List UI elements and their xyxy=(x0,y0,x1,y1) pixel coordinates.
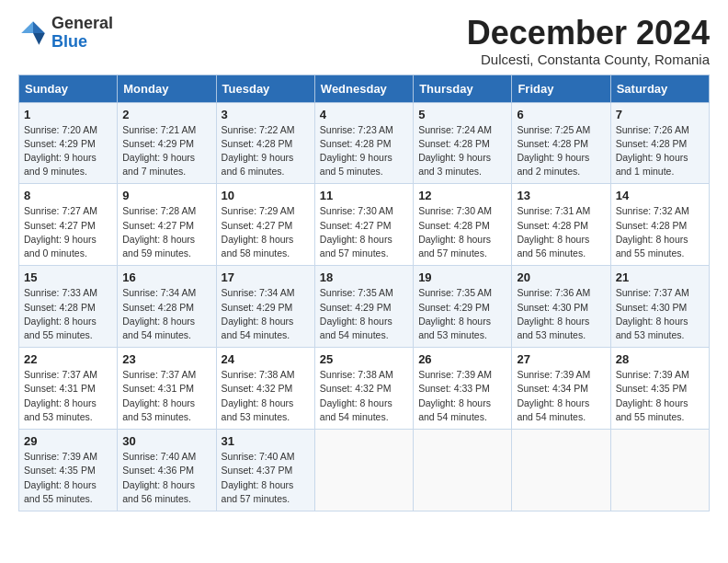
day-cell: 17Sunrise: 7:34 AMSunset: 4:29 PMDayligh… xyxy=(216,266,314,348)
day-number: 12 xyxy=(418,189,506,202)
day-info: Sunrise: 7:30 AMSunset: 4:28 PMDaylight:… xyxy=(418,204,506,260)
day-cell: 6Sunrise: 7:25 AMSunset: 4:28 PMDaylight… xyxy=(512,102,610,184)
day-info: Sunrise: 7:23 AMSunset: 4:28 PMDaylight:… xyxy=(320,123,408,179)
day-info: Sunrise: 7:39 AMSunset: 4:35 PMDaylight:… xyxy=(616,368,704,424)
day-cell: 28Sunrise: 7:39 AMSunset: 4:35 PMDayligh… xyxy=(610,348,709,430)
day-info: Sunrise: 7:39 AMSunset: 4:33 PMDaylight:… xyxy=(418,368,506,424)
logo-icon xyxy=(18,18,48,48)
day-info: Sunrise: 7:25 AMSunset: 4:28 PMDaylight:… xyxy=(517,123,605,179)
day-info: Sunrise: 7:34 AMSunset: 4:29 PMDaylight:… xyxy=(222,286,310,342)
day-info: Sunrise: 7:35 AMSunset: 4:29 PMDaylight:… xyxy=(418,286,506,342)
day-cell: 18Sunrise: 7:35 AMSunset: 4:29 PMDayligh… xyxy=(314,266,413,348)
day-info: Sunrise: 7:37 AMSunset: 4:31 PMDaylight:… xyxy=(122,368,210,424)
day-cell: 5Sunrise: 7:24 AMSunset: 4:28 PMDaylight… xyxy=(414,102,512,184)
day-cell: 23Sunrise: 7:37 AMSunset: 4:31 PMDayligh… xyxy=(118,348,216,430)
day-info: Sunrise: 7:34 AMSunset: 4:28 PMDaylight:… xyxy=(122,286,210,342)
day-number: 30 xyxy=(122,434,210,448)
day-cell: 9Sunrise: 7:28 AMSunset: 4:27 PMDaylight… xyxy=(118,184,216,266)
day-cell: 29Sunrise: 7:39 AMSunset: 4:35 PMDayligh… xyxy=(19,430,118,511)
day-cell: 22Sunrise: 7:37 AMSunset: 4:31 PMDayligh… xyxy=(19,348,118,430)
day-info: Sunrise: 7:39 AMSunset: 4:34 PMDaylight:… xyxy=(517,368,605,424)
week-row-5: 29Sunrise: 7:39 AMSunset: 4:35 PMDayligh… xyxy=(19,430,710,511)
day-info: Sunrise: 7:36 AMSunset: 4:30 PMDaylight:… xyxy=(517,286,605,342)
day-cell: 7Sunrise: 7:26 AMSunset: 4:28 PMDaylight… xyxy=(610,102,709,184)
day-info: Sunrise: 7:20 AMSunset: 4:29 PMDaylight:… xyxy=(24,123,112,179)
day-cell: 2Sunrise: 7:21 AMSunset: 4:29 PMDaylight… xyxy=(118,102,216,184)
day-cell xyxy=(414,430,512,511)
day-info: Sunrise: 7:32 AMSunset: 4:28 PMDaylight:… xyxy=(616,204,704,260)
day-number: 14 xyxy=(616,189,704,202)
day-cell: 13Sunrise: 7:31 AMSunset: 4:28 PMDayligh… xyxy=(512,184,610,266)
day-cell: 12Sunrise: 7:30 AMSunset: 4:28 PMDayligh… xyxy=(414,184,512,266)
day-cell: 19Sunrise: 7:35 AMSunset: 4:29 PMDayligh… xyxy=(414,266,512,348)
day-number: 19 xyxy=(418,270,506,284)
day-info: Sunrise: 7:37 AMSunset: 4:31 PMDaylight:… xyxy=(24,368,112,424)
day-number: 5 xyxy=(418,108,506,121)
day-number: 20 xyxy=(517,270,605,284)
title-area: December 2024 Dulcesti, Constanta County… xyxy=(467,15,710,67)
svg-marker-2 xyxy=(21,21,33,33)
day-number: 26 xyxy=(418,352,506,366)
day-info: Sunrise: 7:40 AMSunset: 4:36 PMDaylight:… xyxy=(122,450,210,506)
day-cell xyxy=(512,430,610,511)
header: General Blue December 2024 Dulcesti, Con… xyxy=(18,15,710,67)
day-number: 6 xyxy=(517,108,605,121)
day-cell: 24Sunrise: 7:38 AMSunset: 4:32 PMDayligh… xyxy=(216,348,314,430)
day-number: 25 xyxy=(320,352,408,366)
day-cell: 1Sunrise: 7:20 AMSunset: 4:29 PMDaylight… xyxy=(19,102,118,184)
day-cell: 20Sunrise: 7:36 AMSunset: 4:30 PMDayligh… xyxy=(512,266,610,348)
day-info: Sunrise: 7:39 AMSunset: 4:35 PMDaylight:… xyxy=(24,450,112,506)
day-cell xyxy=(314,430,413,511)
svg-marker-0 xyxy=(33,21,45,33)
day-number: 13 xyxy=(517,189,605,202)
day-number: 3 xyxy=(222,108,310,121)
day-number: 27 xyxy=(517,352,605,366)
logo: General Blue xyxy=(18,15,113,52)
day-number: 23 xyxy=(122,352,210,366)
weekday-header-sunday: Sunday xyxy=(19,75,118,102)
day-info: Sunrise: 7:31 AMSunset: 4:28 PMDaylight:… xyxy=(517,204,605,260)
day-number: 4 xyxy=(320,108,408,121)
day-number: 17 xyxy=(222,270,310,284)
day-number: 29 xyxy=(24,434,112,448)
week-row-2: 8Sunrise: 7:27 AMSunset: 4:27 PMDaylight… xyxy=(19,184,710,266)
day-info: Sunrise: 7:40 AMSunset: 4:37 PMDaylight:… xyxy=(222,450,310,506)
weekday-header-row: SundayMondayTuesdayWednesdayThursdayFrid… xyxy=(19,75,710,102)
logo-text: General Blue xyxy=(51,15,113,52)
day-cell: 27Sunrise: 7:39 AMSunset: 4:34 PMDayligh… xyxy=(512,348,610,430)
weekday-header-friday: Friday xyxy=(512,75,610,102)
day-info: Sunrise: 7:38 AMSunset: 4:32 PMDaylight:… xyxy=(320,368,408,424)
day-info: Sunrise: 7:29 AMSunset: 4:27 PMDaylight:… xyxy=(222,204,310,260)
day-info: Sunrise: 7:21 AMSunset: 4:29 PMDaylight:… xyxy=(122,123,210,179)
day-info: Sunrise: 7:30 AMSunset: 4:27 PMDaylight:… xyxy=(320,204,408,260)
day-cell: 14Sunrise: 7:32 AMSunset: 4:28 PMDayligh… xyxy=(610,184,709,266)
location-subtitle: Dulcesti, Constanta County, Romania xyxy=(467,52,710,67)
day-number: 31 xyxy=(222,434,310,448)
day-number: 22 xyxy=(24,352,112,366)
day-cell: 4Sunrise: 7:23 AMSunset: 4:28 PMDaylight… xyxy=(314,102,413,184)
day-info: Sunrise: 7:27 AMSunset: 4:27 PMDaylight:… xyxy=(24,204,112,260)
day-cell: 8Sunrise: 7:27 AMSunset: 4:27 PMDaylight… xyxy=(19,184,118,266)
day-number: 15 xyxy=(24,270,112,284)
day-info: Sunrise: 7:33 AMSunset: 4:28 PMDaylight:… xyxy=(24,286,112,342)
day-number: 8 xyxy=(24,189,112,202)
weekday-header-saturday: Saturday xyxy=(610,75,709,102)
weekday-header-tuesday: Tuesday xyxy=(216,75,314,102)
day-number: 24 xyxy=(222,352,310,366)
day-number: 28 xyxy=(616,352,704,366)
week-row-3: 15Sunrise: 7:33 AMSunset: 4:28 PMDayligh… xyxy=(19,266,710,348)
day-info: Sunrise: 7:22 AMSunset: 4:28 PMDaylight:… xyxy=(222,123,310,179)
day-number: 9 xyxy=(122,189,210,202)
day-cell xyxy=(610,430,709,511)
day-info: Sunrise: 7:28 AMSunset: 4:27 PMDaylight:… xyxy=(122,204,210,260)
day-number: 21 xyxy=(616,270,704,284)
day-number: 10 xyxy=(222,189,310,202)
day-cell: 16Sunrise: 7:34 AMSunset: 4:28 PMDayligh… xyxy=(118,266,216,348)
day-cell: 26Sunrise: 7:39 AMSunset: 4:33 PMDayligh… xyxy=(414,348,512,430)
day-number: 18 xyxy=(320,270,408,284)
day-cell: 30Sunrise: 7:40 AMSunset: 4:36 PMDayligh… xyxy=(118,430,216,511)
day-number: 7 xyxy=(616,108,704,121)
day-cell: 15Sunrise: 7:33 AMSunset: 4:28 PMDayligh… xyxy=(19,266,118,348)
day-cell: 11Sunrise: 7:30 AMSunset: 4:27 PMDayligh… xyxy=(314,184,413,266)
day-number: 1 xyxy=(24,108,112,121)
